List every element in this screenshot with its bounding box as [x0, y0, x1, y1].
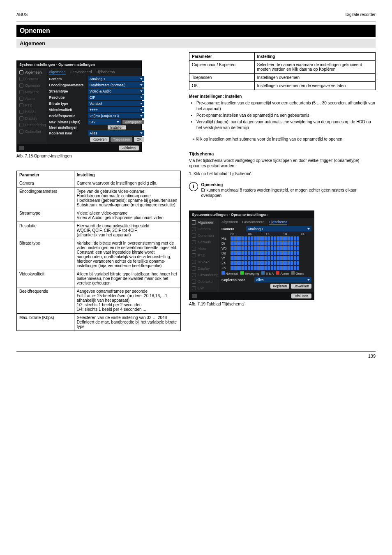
schedule-cell[interactable] [239, 246, 242, 250]
schedule-cell[interactable] [297, 261, 300, 265]
schedule-cell[interactable] [265, 241, 268, 245]
schedule-cell[interactable] [282, 261, 285, 265]
schedule-cell[interactable] [297, 246, 300, 250]
schedule-cell[interactable] [291, 261, 294, 265]
schedule-cell[interactable] [277, 241, 279, 245]
sidebar-item[interactable]: PTZ [189, 252, 219, 259]
schedule-cell[interactable] [265, 236, 268, 240]
copy-button[interactable]: Kopiëren [90, 137, 109, 142]
schedule-cell[interactable] [256, 251, 259, 255]
schedule-cell[interactable] [265, 266, 268, 270]
schedule-cell[interactable] [231, 236, 233, 240]
schedule-cell[interactable] [256, 266, 259, 270]
sidebar-item[interactable]: Algemeen [17, 69, 46, 76]
schedule-cell[interactable] [242, 236, 245, 240]
schedule-cell[interactable] [242, 266, 245, 270]
schedule-cell[interactable] [259, 261, 262, 265]
schedule-cell[interactable] [274, 241, 277, 245]
schedule-cell[interactable] [294, 251, 297, 255]
schedule-cell[interactable] [285, 236, 288, 240]
schedule-cell[interactable] [297, 241, 300, 245]
schedule-cell[interactable] [262, 251, 265, 255]
schedule-cell[interactable] [239, 256, 242, 260]
sidebar-item[interactable]: UW [189, 285, 219, 291]
select-bitrate-type[interactable]: Variabel [88, 101, 144, 106]
schedule-cell[interactable] [265, 256, 268, 260]
schedule-cell[interactable] [288, 256, 291, 260]
schedule-cell[interactable] [256, 261, 259, 265]
schedule-cell[interactable] [256, 236, 259, 240]
schedule-cell[interactable] [285, 256, 288, 260]
sidebar-item[interactable]: Algemeen [189, 219, 219, 226]
schedule-cell[interactable] [254, 261, 256, 265]
schedule-cell[interactable] [262, 261, 265, 265]
schedule-cell[interactable] [231, 256, 233, 260]
schedule-cell[interactable] [239, 251, 242, 255]
exit-button[interactable]: Afsluiten [291, 294, 311, 298]
schedule-cell[interactable] [279, 241, 282, 245]
schedule-cell[interactable] [251, 246, 254, 250]
schedule-cell[interactable] [271, 236, 274, 240]
schedule-cell[interactable] [277, 246, 279, 250]
schedule-grid[interactable]: MaDiWoDoVrZaZo [221, 236, 311, 270]
schedule-cell[interactable] [248, 261, 251, 265]
select-copyto[interactable]: Alles [254, 277, 311, 282]
schedule-cell[interactable] [288, 246, 291, 250]
schedule-cell[interactable] [282, 236, 285, 240]
schedule-cell[interactable] [271, 251, 274, 255]
schedule-cell[interactable] [297, 251, 300, 255]
home-icon[interactable] [192, 294, 197, 298]
sidebar-item[interactable]: Camera [189, 226, 219, 232]
schedule-cell[interactable] [291, 266, 294, 270]
schedule-cell[interactable] [245, 256, 248, 260]
schedule-cell[interactable] [294, 261, 297, 265]
schedule-cell[interactable] [239, 261, 242, 265]
schedule-cell[interactable] [297, 266, 300, 270]
schedule-cell[interactable] [239, 241, 242, 245]
schedule-cell[interactable] [274, 261, 277, 265]
schedule-cell[interactable] [268, 266, 271, 270]
schedule-cell[interactable] [242, 246, 245, 250]
schedule-cell[interactable] [236, 266, 239, 270]
schedule-cell[interactable] [291, 236, 294, 240]
schedule-cell[interactable] [282, 266, 285, 270]
schedule-cell[interactable] [282, 241, 285, 245]
schedule-cell[interactable] [291, 256, 294, 260]
schedule-cell[interactable] [294, 246, 297, 250]
sidebar-item[interactable]: Camera [17, 76, 46, 82]
schedule-cell[interactable] [254, 266, 256, 270]
schedule-cell[interactable] [274, 256, 277, 260]
schedule-cell[interactable] [242, 241, 245, 245]
schedule-cell[interactable] [254, 251, 256, 255]
sidebar-item[interactable]: Display [17, 115, 46, 122]
schedule-cell[interactable] [268, 236, 271, 240]
schedule-cell[interactable] [271, 256, 274, 260]
schedule-cell[interactable] [294, 266, 297, 270]
tab-tijdschema[interactable]: Tijdschema [96, 70, 115, 74]
tab-tijdschema[interactable]: Tijdschema [269, 220, 288, 224]
tab-algemeen[interactable]: Algemeen [221, 220, 238, 224]
schedule-cell[interactable] [236, 241, 239, 245]
schedule-cell[interactable] [254, 236, 256, 240]
schedule-cell[interactable] [279, 246, 282, 250]
schedule-cell[interactable] [239, 266, 242, 270]
schedule-cell[interactable] [282, 251, 285, 255]
schedule-cell[interactable] [282, 246, 285, 250]
schedule-cell[interactable] [251, 266, 254, 270]
apply-button[interactable]: Toepassen [111, 137, 132, 142]
schedule-cell[interactable] [279, 256, 282, 260]
schedule-cell[interactable] [245, 251, 248, 255]
schedule-cell[interactable] [271, 261, 274, 265]
schedule-cell[interactable] [274, 236, 277, 240]
schedule-cell[interactable] [265, 251, 268, 255]
schedule-cell[interactable] [274, 246, 277, 250]
schedule-cell[interactable] [265, 261, 268, 265]
schedule-cell[interactable] [285, 251, 288, 255]
schedule-cell[interactable] [285, 261, 288, 265]
instellen-button[interactable]: Instellen [108, 125, 126, 130]
schedule-cell[interactable] [248, 241, 251, 245]
schedule-cell[interactable] [294, 236, 297, 240]
schedule-cell[interactable] [251, 256, 254, 260]
schedule-cell[interactable] [259, 266, 262, 270]
schedule-cell[interactable] [291, 246, 294, 250]
